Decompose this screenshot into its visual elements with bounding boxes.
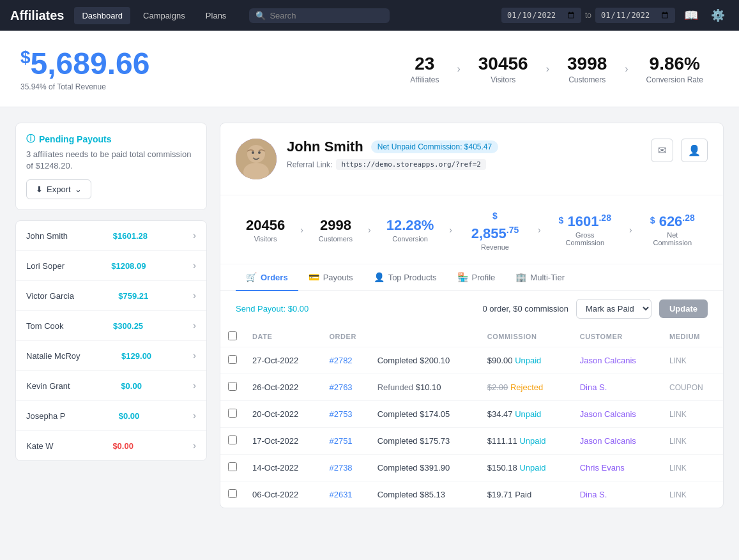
row-medium: LINK (662, 428, 723, 455)
customer-link[interactable]: Dina S. (580, 382, 607, 392)
list-item[interactable]: Tom Cook $300.25 › (16, 311, 206, 341)
avatar-image (236, 139, 277, 179)
order-link[interactable]: #2782 (329, 356, 352, 365)
table-row: 27-Oct-2022 #2782 Completed $200.10 $90.… (220, 347, 723, 374)
tab-profile[interactable]: 🏪 Profile (447, 264, 506, 291)
row-checkbox[interactable] (228, 382, 237, 391)
nav-plans[interactable]: Plans (198, 7, 234, 24)
search-input[interactable] (270, 11, 383, 20)
stat-arrow-3: › (622, 63, 630, 75)
metric-gross-label: Gross Commission (556, 231, 614, 246)
affiliate-name: Kate W (26, 441, 54, 451)
row-checkbox[interactable] (228, 489, 237, 498)
row-medium: LINK (662, 347, 723, 374)
order-link[interactable]: #2751 (329, 436, 352, 446)
order-link[interactable]: #2631 (329, 490, 352, 499)
row-checkbox[interactable] (228, 409, 237, 418)
referral-label: Referral Link: (287, 160, 332, 169)
chevron-right-icon: › (193, 320, 196, 331)
date-from[interactable] (501, 8, 581, 23)
user-icon-btn[interactable]: 👤 (681, 139, 708, 162)
payouts-icon: 💳 (309, 272, 319, 282)
tab-top-products[interactable]: 👤 Top Products (363, 264, 447, 291)
customer-link[interactable]: Chris Evans (580, 463, 625, 473)
pending-title: ⓘ Pending Payouts (26, 133, 196, 145)
list-item[interactable]: Natalie McRoy $129.00 › (16, 341, 206, 371)
affiliate-amount: $0.00 (119, 411, 140, 421)
order-link[interactable]: #2753 (329, 409, 352, 419)
row-checkbox[interactable] (228, 435, 237, 444)
metric-gross: $ 1601.28 Gross Commission (546, 213, 624, 246)
customer-link[interactable]: Jason Calcanis (580, 436, 636, 446)
multi-tier-icon: 🏢 (515, 272, 526, 282)
order-amount: $10.10 (416, 382, 441, 392)
row-status: Completed $174.05 (370, 401, 480, 428)
commission-badge: Net Unpaid Commission: $405.47 (371, 140, 498, 153)
profile-actions: ✉ 👤 (651, 139, 708, 162)
book-icon-btn[interactable]: 📖 (680, 4, 702, 26)
metric-net-num: $ 626.28 (648, 213, 697, 230)
list-item[interactable]: Lori Soper $1208.09 › (16, 251, 206, 281)
stats-counters: 23 Affiliates › 30456 Visitors › 3998 Cu… (395, 54, 719, 84)
list-item[interactable]: Kevin Grant $0.00 › (16, 371, 206, 401)
stat-conversion: 9.86% Conversion Rate (631, 54, 719, 84)
metric-visitors: 20456 Visitors (236, 217, 295, 243)
chevron-right-icon: › (193, 260, 196, 271)
settings-icon-btn[interactable]: ⚙️ (707, 4, 729, 26)
tab-payouts[interactable]: 💳 Payouts (298, 264, 363, 291)
sidebar: ⓘ Pending Payouts 3 affiliates needs to … (15, 123, 207, 508)
referral-url: https://demo.storeapps.org/?ref=2 (336, 159, 486, 170)
referral-link-row: Referral Link: https://demo.storeapps.or… (287, 159, 651, 170)
row-checkbox[interactable] (228, 355, 237, 364)
row-customer: Dina S. (572, 374, 662, 401)
medium-badge: LINK (669, 464, 687, 473)
nav-dashboard[interactable]: Dashboard (74, 7, 130, 24)
stat-arrow-1: › (454, 63, 462, 75)
stat-affiliates: 23 Affiliates (395, 54, 454, 84)
row-status: Refunded $10.10 (370, 374, 480, 401)
orders-table: DATE ORDER COMMISSION CUSTOMER MEDIUM 27… (220, 326, 723, 508)
update-button[interactable]: Update (659, 299, 708, 318)
main-content: ⓘ Pending Payouts 3 affiliates needs to … (0, 107, 739, 524)
list-item[interactable]: Kate W $0.00 › (16, 431, 206, 460)
stat-visitors-num: 30456 (478, 54, 528, 74)
date-to[interactable] (595, 8, 675, 23)
row-commission: $111.11 Unpaid (480, 428, 572, 455)
list-item[interactable]: John Smith $1601.28 › (16, 221, 206, 251)
order-link[interactable]: #2763 (329, 382, 352, 392)
th-checkbox (220, 326, 245, 347)
order-link[interactable]: #2738 (329, 463, 352, 473)
send-payout-link[interactable]: Send Payout: $0.00 (236, 304, 309, 314)
commission-status: Unpaid (519, 463, 545, 473)
medium-badge: LINK (669, 437, 687, 446)
metric-conversion: 12.28% Conversion (376, 217, 445, 243)
export-button[interactable]: ⬇ Export ⌄ (26, 179, 91, 199)
table-row: 17-Oct-2022 #2751 Completed $175.73 $111… (220, 428, 723, 455)
chevron-down-icon: ⌄ (75, 185, 82, 194)
stat-customers-num: 3998 (567, 54, 607, 74)
tab-orders[interactable]: 🛒 Orders (236, 264, 298, 291)
medium-badge: COUPON (669, 383, 703, 392)
search-box[interactable]: 🔍 (249, 8, 390, 23)
table-row: 14-Oct-2022 #2738 Completed $391.90 $150… (220, 455, 723, 481)
customer-link[interactable]: Dina S. (580, 490, 607, 499)
customer-link[interactable]: Jason Calcanis (580, 356, 636, 365)
stat-conversion-num: 9.86% (646, 54, 703, 74)
list-item[interactable]: Victor Garcia $759.21 › (16, 281, 206, 311)
row-checkbox[interactable] (228, 462, 237, 471)
row-commission: $34.47 Unpaid (480, 401, 572, 428)
metric-visitors-label: Visitors (246, 235, 285, 243)
tabs: 🛒 Orders 💳 Payouts 👤 Top Products 🏪 Prof… (220, 264, 723, 291)
row-customer: Jason Calcanis (572, 401, 662, 428)
order-amount: $174.05 (420, 409, 450, 419)
select-all-checkbox[interactable] (228, 331, 237, 340)
tab-multi-tier[interactable]: 🏢 Multi-Tier (505, 264, 575, 291)
profile-name: John Smith (287, 139, 363, 155)
mark-paid-select[interactable]: Mark as Paid (576, 299, 651, 319)
email-icon-btn[interactable]: ✉ (651, 139, 673, 162)
row-date: 27-Oct-2022 (245, 347, 321, 374)
stat-visitors: 30456 Visitors (463, 54, 544, 84)
list-item[interactable]: Josepha P $0.00 › (16, 401, 206, 431)
nav-campaigns[interactable]: Campaigns (135, 7, 193, 24)
customer-link[interactable]: Jason Calcanis (580, 409, 636, 419)
